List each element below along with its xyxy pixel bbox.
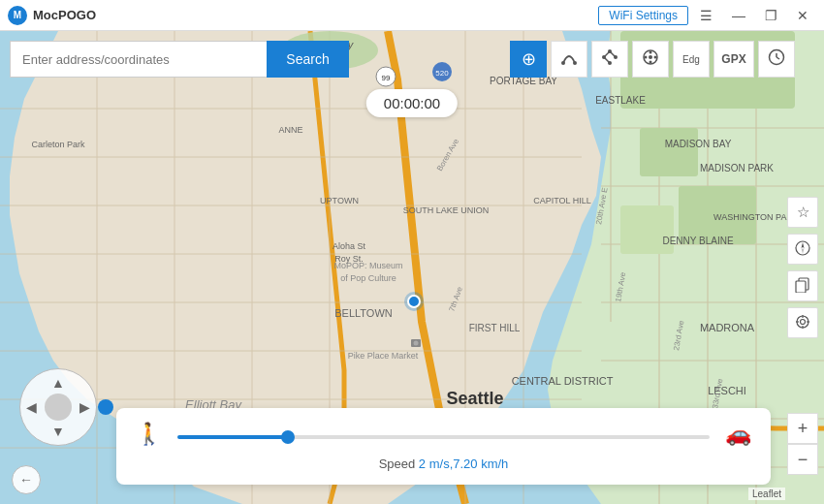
svg-text:WASHINGTON PARK: WASHINGTON PARK: [713, 212, 799, 222]
svg-text:Carleton Park: Carleton Park: [31, 140, 85, 149]
svg-line-80: [604, 51, 610, 57]
joystick-up-button[interactable]: ▲: [51, 375, 65, 391]
copy-icon: [795, 277, 810, 296]
speed-slider[interactable]: [177, 435, 710, 439]
search-bar: Search: [10, 41, 349, 78]
svg-text:Aloha St: Aloha St: [333, 241, 366, 251]
main-content: 99 520 99 99 University MAGNOLIA Carleto…: [0, 31, 824, 504]
speed-panel-top: 🚶 🚗: [136, 422, 751, 447]
svg-point-84: [649, 55, 652, 59]
svg-text:Pike Place Market: Pike Place Market: [348, 351, 419, 361]
app-logo: M: [8, 6, 27, 25]
svg-point-75: [573, 61, 577, 65]
map-attribution: Leaflet: [748, 488, 785, 500]
svg-rect-30: [620, 205, 674, 254]
titlebar-controls: WiFi Settings ☰ — ❐ ✕: [598, 4, 816, 27]
edg-button[interactable]: Edg: [673, 41, 710, 78]
history-button[interactable]: [758, 41, 795, 78]
back-icon: ←: [19, 472, 33, 488]
zoom-out-button[interactable]: −: [787, 444, 818, 475]
screenshot-button[interactable]: [787, 270, 818, 301]
location-mode-button[interactable]: ⊕: [510, 41, 547, 78]
joystick-active-indicator: [98, 399, 113, 415]
zoom-in-button[interactable]: +: [787, 413, 818, 444]
svg-text:DENNY BLAINE: DENNY BLAINE: [662, 236, 734, 246]
svg-text:CAPITOL HILL: CAPITOL HILL: [533, 196, 591, 205]
titlebar-left: M MocPOGO: [8, 6, 96, 25]
joystick-icon: [641, 47, 660, 71]
search-button[interactable]: Search: [267, 41, 349, 78]
svg-rect-27: [640, 128, 698, 176]
timer-display: 00:00:00: [366, 89, 458, 117]
joystick-left-button[interactable]: ◀: [26, 399, 37, 415]
close-button[interactable]: ✕: [789, 4, 816, 27]
walk-icon: 🚶: [136, 422, 162, 447]
crosshair-icon: ⊕: [522, 48, 536, 70]
svg-text:MADRONA: MADRONA: [700, 322, 755, 333]
svg-text:MADISON PARK: MADISON PARK: [700, 163, 774, 173]
multi-route-icon: [600, 47, 619, 71]
svg-text:99: 99: [382, 74, 391, 82]
search-input[interactable]: [10, 41, 267, 78]
top-toolbar: ⊕ Edg GPX: [510, 41, 795, 78]
route-icon: [559, 47, 579, 71]
route-mode-button[interactable]: [551, 41, 587, 78]
menu-button[interactable]: ☰: [692, 4, 720, 27]
joystick-ring: ▲ ▼ ◀ ▶: [19, 368, 97, 446]
speed-panel: 🚶 🚗 Speed 2 m/s,7.20 km/h: [116, 408, 771, 485]
target-icon: [795, 314, 810, 332]
svg-point-86: [650, 61, 652, 64]
compass-button[interactable]: [787, 234, 818, 265]
joystick-mode-button[interactable]: [632, 41, 669, 78]
svg-point-74: [561, 61, 565, 65]
car-icon: 🚗: [725, 422, 751, 447]
zoom-controls: + −: [787, 413, 818, 475]
clock-icon: [768, 48, 785, 70]
restore-button[interactable]: ❐: [757, 4, 785, 27]
compass-icon: [795, 240, 810, 259]
svg-text:ANNE: ANNE: [278, 125, 302, 135]
speed-value: 2 m/s,7.20 km/h: [419, 457, 508, 471]
svg-text:MoPOP: Museum: MoPOP: Museum: [333, 261, 402, 270]
right-sidebar: ☆: [787, 197, 818, 338]
gpx-button[interactable]: GPX: [713, 41, 754, 78]
svg-text:520: 520: [435, 69, 449, 78]
svg-text:MADISON BAY: MADISON BAY: [665, 139, 732, 149]
svg-text:FIRST HILL: FIRST HILL: [469, 323, 521, 333]
speed-text-display: Speed 2 m/s,7.20 km/h: [136, 457, 751, 471]
svg-text:SOUTH LAKE UNION: SOUTH LAKE UNION: [403, 205, 490, 215]
joystick-control: ▲ ▼ ◀ ▶: [19, 368, 97, 446]
svg-point-85: [650, 51, 652, 54]
svg-text:CENTRAL DISTRICT: CENTRAL DISTRICT: [512, 375, 614, 387]
titlebar: M MocPOGO WiFi Settings ☰ — ❐ ✕: [0, 0, 824, 31]
joystick-down-button[interactable]: ▼: [51, 424, 65, 439]
svg-text:of Pop Culture: of Pop Culture: [340, 273, 396, 283]
svg-text:UPTOWN: UPTOWN: [320, 196, 359, 205]
svg-point-96: [801, 319, 806, 324]
target-location-button[interactable]: [787, 307, 818, 338]
joystick-center: [45, 394, 72, 421]
svg-line-81: [610, 51, 616, 57]
wifi-settings-button[interactable]: WiFi Settings: [598, 6, 688, 25]
multi-route-button[interactable]: [591, 41, 628, 78]
star-icon: ☆: [797, 204, 809, 221]
svg-text:EASTLAKE: EASTLAKE: [595, 95, 646, 106]
svg-point-73: [414, 341, 419, 346]
svg-line-82: [604, 57, 610, 63]
svg-text:Seattle: Seattle: [446, 389, 503, 408]
svg-text:BELLTOWN: BELLTOWN: [334, 307, 393, 319]
svg-point-87: [645, 56, 648, 59]
location-marker: [407, 295, 421, 308]
back-button[interactable]: ←: [12, 465, 41, 494]
svg-rect-94: [796, 281, 806, 293]
speed-slider-container: [177, 427, 710, 442]
svg-point-88: [654, 56, 657, 59]
joystick-right-button[interactable]: ▶: [79, 399, 90, 415]
svg-line-91: [776, 57, 779, 59]
minimize-button[interactable]: —: [724, 4, 753, 27]
app-title: MocPOGO: [33, 8, 96, 22]
favorites-button[interactable]: ☆: [787, 197, 818, 228]
